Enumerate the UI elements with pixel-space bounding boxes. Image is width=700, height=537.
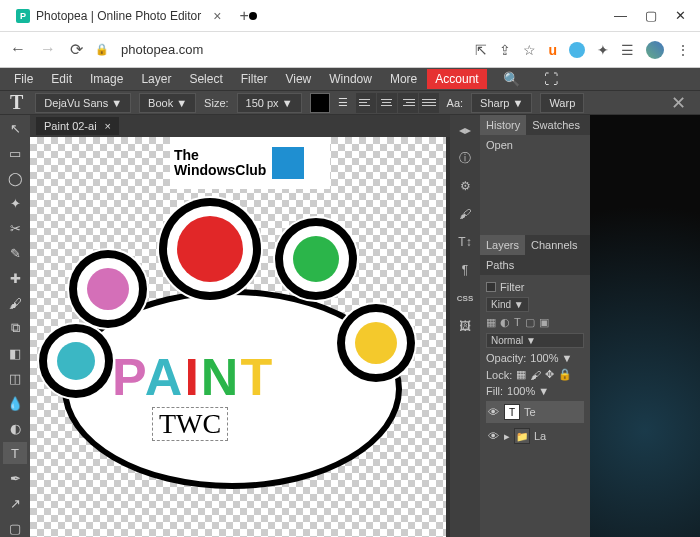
editing-text-box[interactable]: TWC bbox=[152, 407, 228, 441]
ublock-icon[interactable]: u bbox=[548, 42, 557, 58]
lasso-tool[interactable]: ◯ bbox=[3, 167, 27, 189]
close-tab-icon[interactable]: × bbox=[213, 8, 221, 24]
layer-item[interactable]: 👁 ▸ 📁 La bbox=[486, 425, 584, 447]
share-icon[interactable]: ⇪ bbox=[499, 42, 511, 58]
shape-tool[interactable]: ▢ bbox=[3, 517, 27, 537]
lock-pos-icon[interactable]: ✥ bbox=[545, 368, 554, 381]
filter-adjust-icon[interactable]: ◐ bbox=[500, 316, 510, 329]
tab-paths[interactable]: Paths bbox=[480, 255, 520, 275]
search-icon[interactable]: 🔍 bbox=[495, 68, 528, 90]
fill-value[interactable]: 100% ▼ bbox=[507, 385, 549, 397]
filter-pixel-icon[interactable]: ▦ bbox=[486, 316, 496, 329]
menu-select[interactable]: Select bbox=[181, 69, 230, 89]
history-entry[interactable]: Open bbox=[486, 139, 584, 151]
eyedropper-tool[interactable]: ✎ bbox=[3, 242, 27, 264]
font-family-select[interactable]: DejaVu Sans ▼ bbox=[35, 93, 131, 113]
crop-tool[interactable]: ✂ bbox=[3, 217, 27, 239]
menu-image[interactable]: Image bbox=[82, 69, 131, 89]
minimize-button[interactable]: — bbox=[614, 8, 627, 23]
menu-view[interactable]: View bbox=[277, 69, 319, 89]
align-justify-button[interactable] bbox=[419, 93, 439, 113]
menu-window[interactable]: Window bbox=[321, 69, 380, 89]
warp-button[interactable]: Warp bbox=[540, 93, 584, 113]
pen-tool[interactable]: ✒ bbox=[3, 467, 27, 489]
font-weight-select[interactable]: Book ▼ bbox=[139, 93, 196, 113]
layer-item[interactable]: 👁 T Te bbox=[486, 401, 584, 423]
align-left-button[interactable] bbox=[356, 93, 376, 113]
layers-panel-tabs: Layers Channels bbox=[480, 235, 590, 255]
image-panel-icon[interactable]: 🖼 bbox=[455, 317, 475, 335]
dodge-tool[interactable]: ◐ bbox=[3, 417, 27, 439]
font-size-select[interactable]: 150 px ▼ bbox=[237, 93, 302, 113]
adjust-panel-icon[interactable]: ⚙ bbox=[455, 177, 475, 195]
menu-layer[interactable]: Layer bbox=[133, 69, 179, 89]
menu-edit[interactable]: Edit bbox=[43, 69, 80, 89]
blend-mode-select[interactable]: Normal ▼ bbox=[486, 333, 584, 348]
visibility-icon[interactable]: 👁 bbox=[488, 406, 500, 418]
filter-shape-icon[interactable]: ▢ bbox=[525, 316, 535, 329]
menu-more[interactable]: More bbox=[382, 69, 425, 89]
close-document-icon[interactable]: × bbox=[105, 120, 111, 132]
bookmark-icon[interactable]: ☆ bbox=[523, 42, 536, 58]
account-button[interactable]: Account bbox=[427, 69, 486, 89]
clone-tool[interactable]: ⧉ bbox=[3, 317, 27, 339]
new-tab-button[interactable]: + bbox=[239, 7, 248, 25]
filter-smart-icon[interactable]: ▣ bbox=[539, 316, 549, 329]
kind-select[interactable]: Kind ▼ bbox=[486, 297, 529, 312]
address-bar[interactable]: photopea.com bbox=[121, 42, 463, 57]
move-tool[interactable]: ↖ bbox=[3, 117, 27, 139]
menu-filter[interactable]: Filter bbox=[233, 69, 276, 89]
tab-history[interactable]: History bbox=[480, 115, 526, 135]
browser-tab[interactable]: P Photopea | Online Photo Editor × bbox=[6, 1, 231, 31]
text-tool[interactable]: T bbox=[3, 442, 27, 464]
text-color-swatch[interactable] bbox=[310, 93, 330, 113]
align-center-button[interactable] bbox=[377, 93, 397, 113]
info-panel-icon[interactable]: ⓘ bbox=[455, 149, 475, 167]
tab-channels[interactable]: Channels bbox=[525, 235, 583, 255]
antialias-select[interactable]: Sharp ▼ bbox=[471, 93, 532, 113]
expand-icon[interactable]: ▸ bbox=[504, 430, 510, 443]
reload-button[interactable]: ⟳ bbox=[70, 40, 83, 59]
ghostery-icon[interactable] bbox=[569, 42, 585, 58]
css-panel-icon[interactable]: CSS bbox=[455, 289, 475, 307]
back-button[interactable]: ← bbox=[10, 40, 26, 59]
visibility-icon[interactable]: 👁 bbox=[488, 430, 500, 442]
align-right-button[interactable] bbox=[398, 93, 418, 113]
extensions-icon[interactable]: ✦ bbox=[597, 42, 609, 58]
lock-all-icon[interactable]: 🔒 bbox=[558, 368, 572, 381]
char-panel-icon[interactable]: ☰ bbox=[338, 96, 348, 109]
filter-text-icon[interactable]: T bbox=[514, 316, 521, 329]
logo-line1: The bbox=[174, 148, 266, 163]
window-controls: — ▢ ✕ bbox=[614, 8, 700, 23]
menu-icon[interactable]: ⋮ bbox=[676, 42, 690, 58]
profile-avatar[interactable] bbox=[646, 41, 664, 59]
brush-tool[interactable]: 🖌 bbox=[3, 292, 27, 314]
lock-trans-icon[interactable]: ▦ bbox=[516, 368, 526, 381]
tab-swatches[interactable]: Swatches bbox=[526, 115, 586, 135]
marquee-tool[interactable]: ▭ bbox=[3, 142, 27, 164]
cancel-text-button[interactable]: ✕ bbox=[663, 92, 694, 114]
fullscreen-icon[interactable]: ⛶ bbox=[536, 68, 566, 90]
wand-tool[interactable]: ✦ bbox=[3, 192, 27, 214]
blur-tool[interactable]: 💧 bbox=[3, 392, 27, 414]
opacity-value[interactable]: 100% ▼ bbox=[530, 352, 572, 364]
eraser-tool[interactable]: ◧ bbox=[3, 342, 27, 364]
install-icon[interactable]: ⇱ bbox=[475, 42, 487, 58]
heal-tool[interactable]: ✚ bbox=[3, 267, 27, 289]
character-panel-icon[interactable]: T↕ bbox=[455, 233, 475, 251]
tab-layers[interactable]: Layers bbox=[480, 235, 525, 255]
brush-panel-icon[interactable]: 🖌 bbox=[455, 205, 475, 223]
canvas[interactable]: The WindowsClub PAINT bbox=[30, 137, 446, 537]
gradient-tool[interactable]: ◫ bbox=[3, 367, 27, 389]
menu-file[interactable]: File bbox=[6, 69, 41, 89]
collapse-icon[interactable]: ◂▸ bbox=[455, 121, 475, 139]
reading-list-icon[interactable]: ☰ bbox=[621, 42, 634, 58]
filter-checkbox[interactable] bbox=[486, 282, 496, 292]
document-tab[interactable]: Paint 02-ai × bbox=[36, 117, 119, 135]
close-window-button[interactable]: ✕ bbox=[675, 8, 686, 23]
paragraph-panel-icon[interactable]: ¶ bbox=[455, 261, 475, 279]
maximize-button[interactable]: ▢ bbox=[645, 8, 657, 23]
forward-button[interactable]: → bbox=[40, 40, 56, 59]
path-select-tool[interactable]: ↗ bbox=[3, 492, 27, 514]
lock-paint-icon[interactable]: 🖌 bbox=[530, 369, 541, 381]
